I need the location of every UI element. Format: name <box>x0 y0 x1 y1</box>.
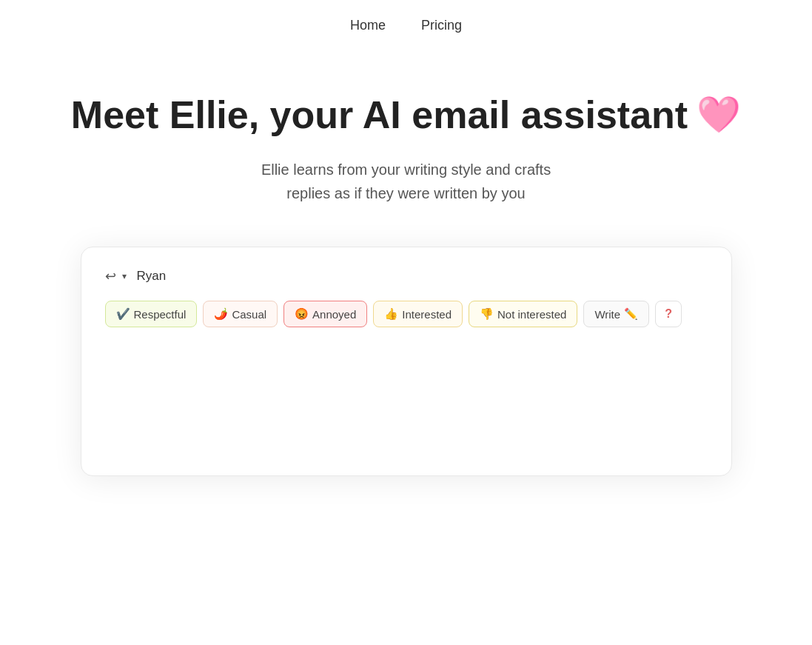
chevron-down-icon[interactable]: ▾ <box>122 271 127 281</box>
tone-btn-annoyed[interactable]: 😡 Annoyed <box>283 301 367 327</box>
casual-label: Casual <box>232 308 266 321</box>
hero-title-text: Meet Ellie, your AI email assistant <box>71 93 688 137</box>
help-button[interactable]: ? <box>655 301 682 327</box>
heart-icon: 🩷 <box>697 94 741 136</box>
nav-pricing[interactable]: Pricing <box>421 18 462 33</box>
annoyed-label: Annoyed <box>312 308 356 321</box>
demo-card: ↩ ▾ Ryan ✔️ Respectful 🌶️ Casual 😡 Annoy… <box>81 247 732 476</box>
tone-btn-casual[interactable]: 🌶️ Casual <box>203 301 278 327</box>
hero-section: Meet Ellie, your AI email assistant 🩷 El… <box>0 48 812 476</box>
tone-btn-respectful[interactable]: ✔️ Respectful <box>105 301 198 327</box>
respectful-label: Respectful <box>134 308 187 321</box>
tone-btn-write[interactable]: Write ✏️ <box>583 301 649 327</box>
write-label: Write <box>594 308 620 321</box>
nav-home[interactable]: Home <box>350 18 386 33</box>
respectful-emoji: ✔️ <box>116 307 130 321</box>
main-nav: Home Pricing <box>0 0 812 48</box>
hero-subtitle: Ellie learns from your writing style and… <box>261 158 551 205</box>
interested-emoji: 👍 <box>384 307 398 321</box>
reply-icon[interactable]: ↩ <box>105 268 116 284</box>
hero-subtitle-line2: replies as if they were written by you <box>286 185 525 201</box>
card-header: ↩ ▾ Ryan <box>105 268 708 284</box>
interested-label: Interested <box>402 308 452 321</box>
tone-btn-interested[interactable]: 👍 Interested <box>373 301 463 327</box>
hero-subtitle-line1: Ellie learns from your writing style and… <box>261 161 551 178</box>
tone-buttons-row: ✔️ Respectful 🌶️ Casual 😡 Annoyed 👍 Inte… <box>105 301 708 327</box>
annoyed-emoji: 😡 <box>295 307 309 321</box>
not-interested-label: Not interested <box>497 308 566 321</box>
not-interested-emoji: 👎 <box>480 307 494 321</box>
casual-emoji: 🌶️ <box>214 307 228 321</box>
write-icon: ✏️ <box>624 307 638 321</box>
recipient-name: Ryan <box>137 269 167 284</box>
hero-title: Meet Ellie, your AI email assistant 🩷 <box>71 93 741 137</box>
tone-btn-not-interested[interactable]: 👎 Not interested <box>469 301 577 327</box>
